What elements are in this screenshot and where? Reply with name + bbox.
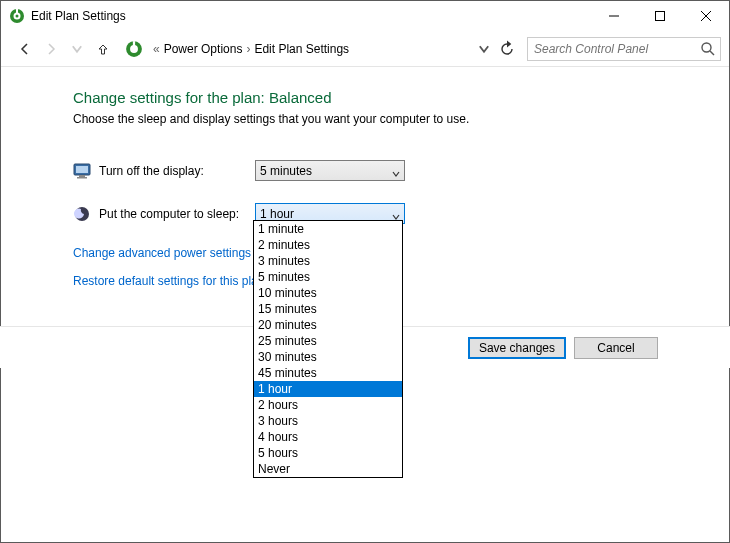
sleep-timeout-label: Put the computer to sleep: [99,207,255,221]
svg-rect-16 [77,177,87,179]
svg-rect-10 [133,41,135,47]
display-timeout-row: Turn off the display: 5 minutes [73,160,669,181]
dropdown-option[interactable]: 5 hours [254,445,402,461]
chevron-down-icon [392,210,400,218]
chevron-right-icon[interactable]: › [246,42,250,56]
svg-rect-5 [656,12,665,21]
nav-bar: « Power Options › Edit Plan Settings [1,31,729,67]
dropdown-option[interactable]: 2 hours [254,397,402,413]
dropdown-option[interactable]: 15 minutes [254,301,402,317]
svg-point-11 [702,43,711,52]
window-title: Edit Plan Settings [31,9,591,23]
power-options-icon [9,8,25,24]
svg-rect-14 [76,166,88,173]
svg-point-3 [16,15,19,18]
svg-rect-15 [79,175,85,177]
dropdown-option[interactable]: 20 minutes [254,317,402,333]
title-bar: Edit Plan Settings [1,1,729,31]
chevron-down-icon [392,167,400,175]
dropdown-option[interactable]: Never [254,461,402,477]
window-controls [591,1,729,31]
address-bar-icon [125,40,143,58]
dropdown-option[interactable]: 25 minutes [254,333,402,349]
breadcrumb-power-options[interactable]: Power Options [164,42,243,56]
breadcrumb-edit-plan[interactable]: Edit Plan Settings [254,42,349,56]
dropdown-option[interactable]: 3 minutes [254,253,402,269]
dropdown-option[interactable]: 4 hours [254,429,402,445]
search-box[interactable] [527,37,721,61]
cancel-button[interactable]: Cancel [574,337,658,359]
recent-dropdown[interactable] [67,39,87,59]
moon-icon [73,205,91,223]
dropdown-option[interactable]: 2 minutes [254,237,402,253]
sleep-timeout-value: 1 hour [260,207,294,221]
breadcrumb[interactable]: « Power Options › Edit Plan Settings [149,42,471,56]
display-timeout-label: Turn off the display: [99,164,255,178]
dropdown-option[interactable]: 5 minutes [254,269,402,285]
dropdown-option[interactable]: 10 minutes [254,285,402,301]
svg-rect-2 [16,9,18,14]
sleep-timeout-dropdown[interactable]: 1 minute2 minutes3 minutes5 minutes10 mi… [253,220,403,478]
address-dropdown[interactable] [477,39,491,59]
back-button[interactable] [15,39,35,59]
dropdown-option[interactable]: 45 minutes [254,365,402,381]
display-timeout-value: 5 minutes [260,164,312,178]
dropdown-option[interactable]: 3 hours [254,413,402,429]
save-button[interactable]: Save changes [468,337,566,359]
dropdown-option[interactable]: 1 hour [254,381,402,397]
refresh-button[interactable] [497,39,517,59]
minimize-button[interactable] [591,1,637,31]
forward-button[interactable] [41,39,61,59]
breadcrumb-overflow[interactable]: « [153,42,160,56]
maximize-button[interactable] [637,1,683,31]
up-button[interactable] [93,39,113,59]
page-title: Change settings for the plan: Balanced [73,89,669,106]
dropdown-option[interactable]: 1 minute [254,221,402,237]
page-subtitle: Choose the sleep and display settings th… [73,112,669,126]
svg-line-12 [710,51,714,55]
display-timeout-select[interactable]: 5 minutes [255,160,405,181]
close-button[interactable] [683,1,729,31]
dropdown-option[interactable]: 30 minutes [254,349,402,365]
search-input[interactable] [528,42,720,56]
search-icon[interactable] [700,41,716,57]
monitor-icon [73,162,91,180]
